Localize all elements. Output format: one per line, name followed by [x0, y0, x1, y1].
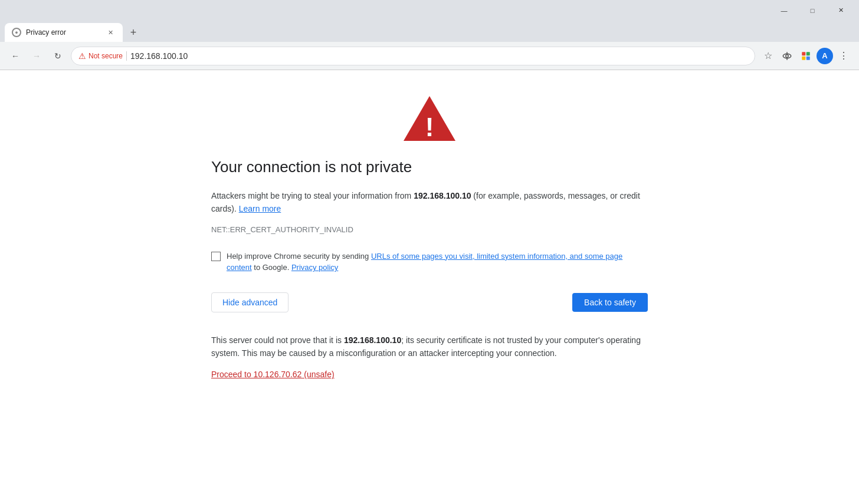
- chrome-security-checkbox[interactable]: [211, 252, 221, 261]
- checkbox-label: Help improve Chrome security by sending …: [227, 251, 648, 274]
- minimize-button[interactable]: —: [771, 2, 798, 19]
- menu-button[interactable]: ⋮: [835, 48, 852, 64]
- warning-icon-section: !: [211, 94, 648, 143]
- svg-rect-5: [806, 52, 810, 55]
- url-display: 192.168.100.10: [130, 51, 747, 61]
- proceed-link[interactable]: Proceed to 10.126.70.62 (unsafe): [211, 370, 335, 379]
- not-secure-label: Not secure: [88, 52, 123, 60]
- svg-rect-4: [802, 52, 805, 55]
- svg-text:!: !: [425, 113, 434, 141]
- extension-icon-1[interactable]: [779, 48, 795, 64]
- back-button[interactable]: ←: [7, 48, 24, 64]
- advanced-description: This server could not prove that it is 1…: [211, 334, 648, 360]
- button-row: Hide advanced Back to safety: [211, 292, 648, 312]
- advanced-text-host: 192.168.100.10: [344, 335, 401, 345]
- svg-rect-7: [806, 56, 810, 60]
- extension-icon-2[interactable]: [798, 48, 814, 64]
- tab-bar: ● Privacy error ✕ +: [0, 21, 859, 42]
- new-tab-button[interactable]: +: [125, 24, 142, 41]
- description-host: 192.168.100.10: [414, 191, 471, 200]
- error-code: NET::ERR_CERT_AUTHORITY_INVALID: [211, 225, 648, 234]
- advanced-section: This server could not prove that it is 1…: [211, 334, 648, 380]
- maximize-button[interactable]: □: [799, 2, 826, 19]
- tab-title: Privacy error: [26, 28, 100, 37]
- error-title: Your connection is not private: [211, 157, 648, 177]
- error-container: ! Your connection is not private Attacke…: [211, 94, 648, 480]
- forward-button[interactable]: →: [28, 48, 45, 64]
- svg-rect-6: [802, 56, 805, 60]
- learn-more-link[interactable]: Learn more: [239, 204, 281, 213]
- profile-button[interactable]: A: [817, 48, 833, 64]
- close-button[interactable]: ✕: [827, 2, 854, 19]
- hide-advanced-button[interactable]: Hide advanced: [211, 292, 288, 312]
- tab-close-button[interactable]: ✕: [105, 27, 116, 38]
- browser-window: — □ ✕ ● Privacy error ✕ + ← → ↻ ⚠ Not se…: [0, 0, 859, 504]
- checkbox-text-after: to Google.: [252, 263, 291, 272]
- window-controls: — □ ✕: [771, 2, 854, 19]
- warning-triangle-icon: ⚠: [78, 51, 86, 61]
- description-text-before: Attackers might be trying to steal your …: [211, 191, 414, 200]
- error-description: Attackers might be trying to steal your …: [211, 189, 648, 216]
- checkbox-section: Help improve Chrome security by sending …: [211, 251, 648, 274]
- svg-point-1: [786, 54, 789, 57]
- url-separator: [126, 51, 127, 61]
- checkbox-text-before: Help improve Chrome security by sending: [227, 252, 371, 261]
- title-bar: — □ ✕: [0, 0, 859, 21]
- back-to-safety-button[interactable]: Back to safety: [572, 293, 648, 312]
- tab-favicon: ●: [12, 28, 21, 37]
- active-tab[interactable]: ● Privacy error ✕: [5, 23, 123, 42]
- warning-triangle-icon: !: [401, 94, 458, 143]
- page-content: ! Your connection is not private Attacke…: [0, 70, 859, 504]
- omnibox[interactable]: ⚠ Not secure 192.168.100.10: [71, 47, 755, 65]
- toolbar-icons: ☆ A ⋮: [760, 48, 852, 64]
- address-bar: ← → ↻ ⚠ Not secure 192.168.100.10 ☆: [0, 42, 859, 70]
- privacy-policy-link[interactable]: Privacy policy: [291, 263, 338, 272]
- bookmark-button[interactable]: ☆: [760, 48, 776, 64]
- security-warning: ⚠ Not secure: [78, 51, 123, 61]
- reload-button[interactable]: ↻: [50, 48, 66, 64]
- advanced-text-before: This server could not prove that it is: [211, 335, 344, 345]
